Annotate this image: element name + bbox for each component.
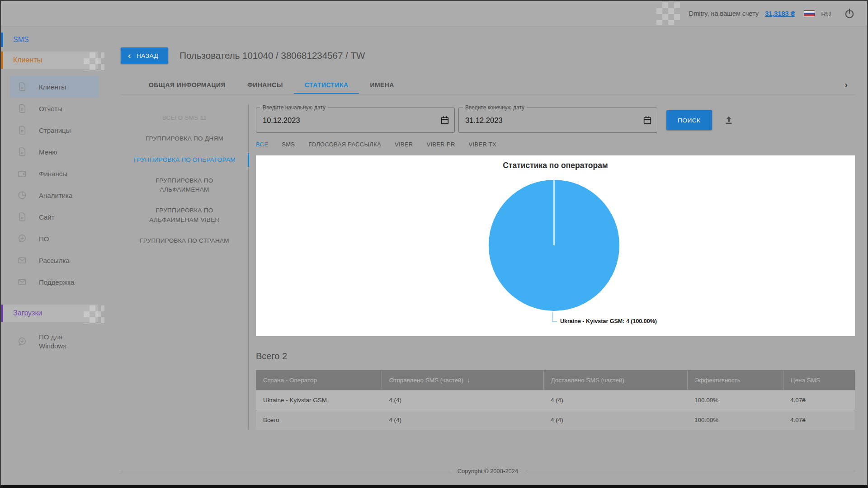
sidebar-item-windows-software[interactable]: ПО для Windows [10,330,99,354]
app-window: Dmitry, на вашем счету 31,3183 ₴ RU SMS … [0,0,868,488]
sidebar-item-label: Аналитика [39,192,72,199]
document-icon [17,82,27,92]
sidebar-section-label: Загрузки [13,309,42,317]
cell-sent: 4 (4) [382,390,543,410]
cell-efficiency: 100.00% [687,390,783,410]
envelope-icon [17,255,27,265]
main-content: ‹ НАЗАД Пользователь 101040 / 3806812345… [106,27,867,485]
sidebar-section-sms[interactable]: SMS [1,33,98,47]
chevron-left-icon: ‹ [128,51,131,60]
tab-bar: ОБЩАЯ ИНФОРМАЦИЯ ФИНАНСЫ СТАТИСТИКА ИМЕН… [121,75,855,94]
table-row-total: Всего 4 (4) 4 (4) 100.00% 4.07₴ [256,410,855,430]
document-icon [17,212,27,222]
sidebar-item-pages[interactable]: Страницы [10,119,99,141]
end-date-input[interactable] [459,108,657,132]
pie-chart-icon [17,190,27,200]
total-heading: Всего 2 [256,351,855,361]
sidebar-item-support[interactable]: Поддержка [10,271,99,293]
tabs-overflow-chevron-icon[interactable]: › [844,80,848,90]
channel-filter-tabs: ВСЕ SMS ГОЛОСОВАЯ РАССЫЛКА VIBER VIBER P… [256,141,855,148]
footer: Copyright © 2008-2024 [121,468,855,474]
sidebar-item-label: ПО для Windows [39,333,66,351]
calendar-icon[interactable] [642,115,652,125]
start-date-field[interactable]: Введите начальную дату [256,108,455,133]
search-button[interactable]: ПОИСК [666,110,712,130]
user-greeting: Dmitry, на вашем счету [689,10,759,17]
channel-tab-sms[interactable]: SMS [282,141,295,148]
sidebar-item-clients[interactable]: Клиенты [10,76,99,98]
cell-delivered: 4 (4) [543,410,687,430]
subnav-group-by-countries[interactable]: ГРУППИРОВКА ПО СТРАНАМ [121,230,248,251]
subnav-group-by-alphanames[interactable]: ГРУППИРОВКА ПО АЛЬФАИМЕНАМ [121,170,248,201]
download-bubble-icon [17,234,27,244]
channel-tab-voice[interactable]: ГОЛОСОВАЯ РАССЫЛКА [308,141,381,148]
sidebar-item-reports[interactable]: Отчеты [10,98,99,119]
document-icon [17,125,27,135]
sidebar-item-finances[interactable]: Финансы [10,163,99,184]
cell-country-operator: Ukraine - Kyivstar GSM [256,390,382,410]
sidebar-section-downloads[interactable]: Загрузки [1,305,98,322]
page-title: Пользователь 101040 / 380681234567 / TW [179,50,365,61]
logout-power-icon[interactable] [844,8,855,19]
pie-slice-annotation: Ukraine - Kyivstar GSM: 4 (100.00%) [560,318,657,324]
sidebar-item-site[interactable]: Сайт [10,206,99,228]
col-delivered-sms[interactable]: Доставлено SMS (частей) [543,370,687,390]
footer-divider [525,471,855,471]
channel-tab-all[interactable]: ВСЕ [256,141,268,148]
col-efficiency[interactable]: Эффективность [687,370,783,390]
sort-desc-icon: ↓ [467,376,470,384]
start-date-input[interactable] [256,108,454,132]
sidebar-item-label: Клиенты [39,83,66,91]
cell-country-operator: Всего [256,410,382,430]
end-date-field[interactable]: Введите конечную дату [458,108,657,133]
sidebar-item-menu[interactable]: Меню [10,141,99,163]
language-label[interactable]: RU [821,10,831,18]
cell-delivered: 4 (4) [543,390,687,410]
russia-flag-icon[interactable] [804,10,815,17]
channel-tab-viber[interactable]: VIBER [395,141,413,148]
wallet-icon [17,169,27,178]
channel-tab-viber-tx[interactable]: VIBER TX [469,141,496,148]
sidebar-item-software[interactable]: ПО [10,228,99,249]
col-country-operator[interactable]: Страна - Оператор [256,370,382,390]
sidebar-item-label: Страницы [39,127,71,134]
statistics-subnav: ВСЕГО SMS 11 ГРУППИРОВКА ПО ДНЯМ ГРУППИР… [121,104,249,430]
back-button[interactable]: ‹ НАЗАД [121,47,168,64]
calendar-icon[interactable] [440,115,450,125]
subnav-total-sms[interactable]: ВСЕГО SMS 11 [121,108,248,128]
tab-names[interactable]: ИМЕНА [359,75,405,94]
sidebar-item-label: Финансы [39,170,67,178]
channel-tab-viber-pr[interactable]: VIBER PR [427,141,455,148]
download-bubble-icon [17,337,27,347]
sidebar-item-label: Поддержка [39,278,74,286]
subnav-group-by-days[interactable]: ГРУППИРОВКА ПО ДНЯМ [121,128,248,149]
pie-chart-graphic [256,155,855,336]
export-upload-icon[interactable] [723,114,735,126]
sidebar-section-label: Клиенты [13,56,42,64]
table-row: Ukraine - Kyivstar GSM 4 (4) 4 (4) 100.0… [256,390,855,410]
sidebar-item-label: Меню [39,148,57,156]
sidebar-item-analytics[interactable]: Аналитика [10,184,99,206]
col-sms-price[interactable]: Цена SMS [783,370,855,390]
balance-link[interactable]: 31,3183 ₴ [765,10,795,17]
sidebar-item-label: Отчеты [39,105,62,113]
footer-divider [121,471,450,471]
pixel-decoration [84,52,104,70]
sidebar-section-clients[interactable]: Клиенты [1,52,98,69]
sidebar-item-mailing[interactable]: Рассылка [10,249,99,271]
subnav-group-by-alphanames-viber[interactable]: ГРУППИРОВКА ПО АЛЬФАИМЕНАМ VIBER [121,200,248,230]
sidebar-item-label: Рассылка [39,257,70,264]
cell-efficiency: 100.00% [687,410,783,430]
operators-stats-table: Страна - Оператор Отправлено SMS (частей… [256,370,855,430]
col-sent-sms[interactable]: Отправлено SMS (частей)↓ [382,370,543,390]
pixel-decoration [656,2,680,25]
copyright-text: Copyright © 2008-2024 [458,468,519,474]
tab-statistics[interactable]: СТАТИСТИКА [294,75,359,94]
sidebar-item-label: Сайт [39,213,55,221]
cell-price: 4.07₴ [783,410,855,430]
tab-general-info[interactable]: ОБЩАЯ ИНФОРМАЦИЯ [138,75,236,94]
sidebar-section-label: SMS [13,36,29,44]
subnav-group-by-operators[interactable]: ГРУППИРОВКА ПО ОПЕРАТОРАМ [121,150,248,170]
tab-finances[interactable]: ФИНАНСЫ [236,75,294,94]
cell-sent: 4 (4) [382,410,543,430]
